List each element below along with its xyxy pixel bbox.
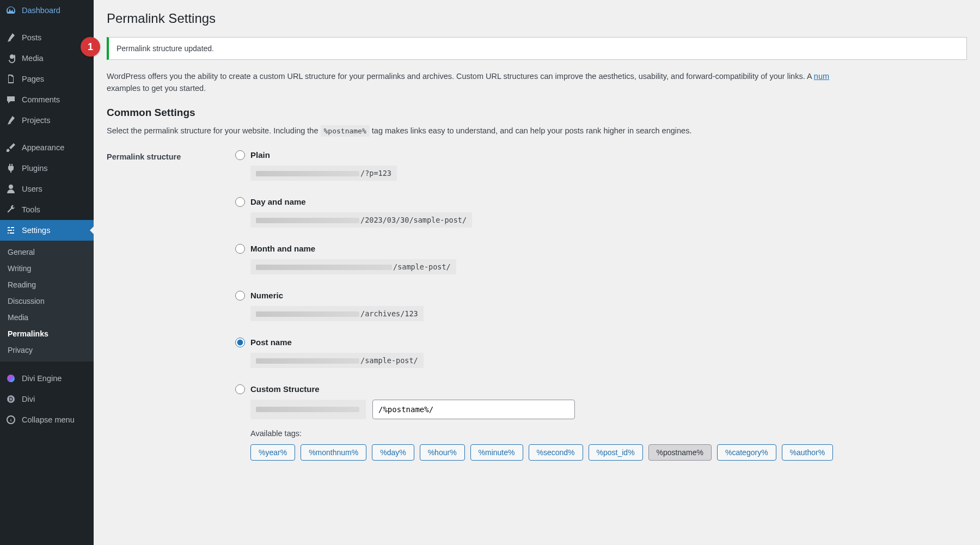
- menu-comments[interactable]: Comments: [0, 89, 94, 110]
- option-plain: Plain /?p=123: [235, 150, 967, 181]
- submenu-discussion[interactable]: Discussion: [0, 293, 94, 309]
- menu-label: Dashboard: [22, 6, 60, 15]
- menu-appearance[interactable]: Appearance: [0, 137, 94, 158]
- menu-label: Projects: [22, 116, 50, 125]
- menu-media[interactable]: Media: [0, 48, 94, 69]
- menu-settings[interactable]: Settings: [0, 220, 94, 241]
- example-numeric-suffix: /archives/123: [360, 309, 418, 318]
- section-description: Select the permalink structure for your …: [107, 126, 967, 135]
- menu-label: Plugins: [22, 164, 48, 173]
- menu-users[interactable]: Users: [0, 179, 94, 199]
- menu-dashboard[interactable]: Dashboard: [0, 0, 94, 21]
- intro-text: WordPress offers you the ability to crea…: [107, 71, 967, 95]
- radio-plain-input[interactable]: [235, 150, 245, 160]
- collapse-menu[interactable]: ‹ Collapse menu: [0, 409, 94, 430]
- radio-post-name-input[interactable]: [235, 338, 245, 347]
- menu-label: Settings: [22, 226, 50, 235]
- menu-tools[interactable]: Tools: [0, 199, 94, 220]
- menu-divi-engine[interactable]: Divi Engine: [0, 368, 94, 389]
- menu-posts[interactable]: Posts: [0, 27, 94, 48]
- submenu-writing[interactable]: Writing: [0, 260, 94, 277]
- pin-icon: [5, 115, 16, 126]
- desc-pre: Select the permalink structure for your …: [107, 126, 321, 135]
- collapse-icon: ‹: [5, 414, 16, 425]
- example-plain: /?p=123: [250, 166, 397, 181]
- intro-post: examples to get you started.: [107, 84, 206, 93]
- site-url-redacted: [250, 400, 366, 419]
- radio-day-name[interactable]: Day and name: [235, 197, 967, 207]
- example-numeric: /archives/123: [250, 306, 424, 321]
- desc-post: tag makes links easy to understand, and …: [372, 126, 692, 135]
- divi-engine-icon: [5, 373, 16, 384]
- postname-tag-code: %postname%: [321, 125, 370, 137]
- available-tags: %year% %monthnum% %day% %hour% %minute% …: [250, 444, 967, 461]
- example-day-name: /2023/03/30/sample-post/: [250, 212, 472, 228]
- option-day-name: Day and name /2023/03/30/sample-post/: [235, 197, 967, 228]
- radio-month-name-label: Month and name: [250, 244, 315, 253]
- page-title: Permalink Settings: [107, 5, 967, 34]
- annotation-badge: 1: [81, 37, 100, 57]
- menu-label: Media: [22, 54, 44, 63]
- intro-link[interactable]: num: [814, 72, 829, 81]
- submenu-media[interactable]: Media: [0, 309, 94, 326]
- custom-structure-input[interactable]: [372, 400, 575, 419]
- submenu-general[interactable]: General: [0, 244, 94, 260]
- option-month-name: Month and name /sample-post/: [235, 244, 967, 274]
- menu-label: Appearance: [22, 143, 64, 152]
- intro-pre: WordPress offers you the ability to crea…: [107, 72, 814, 81]
- radio-post-name-label: Post name: [250, 338, 292, 347]
- dashboard-icon: [5, 5, 16, 16]
- common-settings-heading: Common Settings: [107, 107, 967, 119]
- comment-icon: [5, 94, 16, 105]
- available-tags-label: Available tags:: [250, 429, 967, 438]
- menu-label: Divi Engine: [22, 374, 62, 383]
- radio-plain-label: Plain: [250, 150, 270, 160]
- radio-numeric[interactable]: Numeric: [235, 291, 967, 301]
- menu-plugins[interactable]: Plugins: [0, 158, 94, 179]
- example-post-name: /sample-post/: [250, 353, 424, 368]
- submenu-privacy[interactable]: Privacy: [0, 342, 94, 358]
- menu-projects[interactable]: Projects: [0, 110, 94, 131]
- tag-day[interactable]: %day%: [372, 444, 414, 461]
- brush-icon: [5, 142, 16, 153]
- tag-hour[interactable]: %hour%: [420, 444, 465, 461]
- wrench-icon: [5, 204, 16, 215]
- radio-month-name[interactable]: Month and name: [235, 244, 967, 254]
- radio-day-name-input[interactable]: [235, 197, 245, 207]
- tag-postname[interactable]: %postname%: [648, 444, 712, 461]
- tag-author[interactable]: %author%: [782, 444, 834, 461]
- radio-numeric-input[interactable]: [235, 291, 245, 301]
- tag-second[interactable]: %second%: [529, 444, 583, 461]
- pin-icon: [5, 32, 16, 43]
- option-custom: Custom Structure Available tags: %year% …: [235, 384, 967, 461]
- submenu-permalinks[interactable]: Permalinks: [0, 326, 94, 342]
- menu-label: Posts: [22, 33, 41, 42]
- tag-minute[interactable]: %minute%: [470, 444, 523, 461]
- submenu-reading[interactable]: Reading: [0, 277, 94, 293]
- settings-submenu: General Writing Reading Discussion Media…: [0, 241, 94, 362]
- permalink-structure-row: Permalink structure Plain /?p=123 Day an…: [107, 150, 967, 461]
- radio-custom-label: Custom Structure: [250, 384, 320, 394]
- tag-monthnum[interactable]: %monthnum%: [301, 444, 366, 461]
- radio-plain[interactable]: Plain: [235, 150, 967, 160]
- radio-custom-input[interactable]: [235, 384, 245, 394]
- menu-label: Tools: [22, 205, 40, 214]
- radio-day-name-label: Day and name: [250, 197, 306, 206]
- example-month-name-suffix: /sample-post/: [393, 262, 451, 271]
- tag-post-id[interactable]: %post_id%: [589, 444, 643, 461]
- menu-label: Divi: [22, 395, 35, 403]
- tag-category[interactable]: %category%: [717, 444, 776, 461]
- radio-post-name[interactable]: Post name: [235, 338, 967, 347]
- radio-numeric-label: Numeric: [250, 291, 283, 300]
- option-numeric: Numeric /archives/123: [235, 291, 967, 321]
- menu-label: Collapse menu: [22, 415, 75, 424]
- menu-label: Comments: [22, 95, 60, 104]
- menu-divi[interactable]: D Divi: [0, 389, 94, 409]
- tag-year[interactable]: %year%: [250, 444, 295, 461]
- menu-pages[interactable]: Pages: [0, 69, 94, 89]
- radio-month-name-input[interactable]: [235, 244, 245, 254]
- divi-icon: D: [5, 394, 16, 405]
- radio-custom[interactable]: Custom Structure: [235, 384, 967, 394]
- user-icon: [5, 183, 16, 194]
- example-plain-suffix: /?p=123: [360, 169, 391, 177]
